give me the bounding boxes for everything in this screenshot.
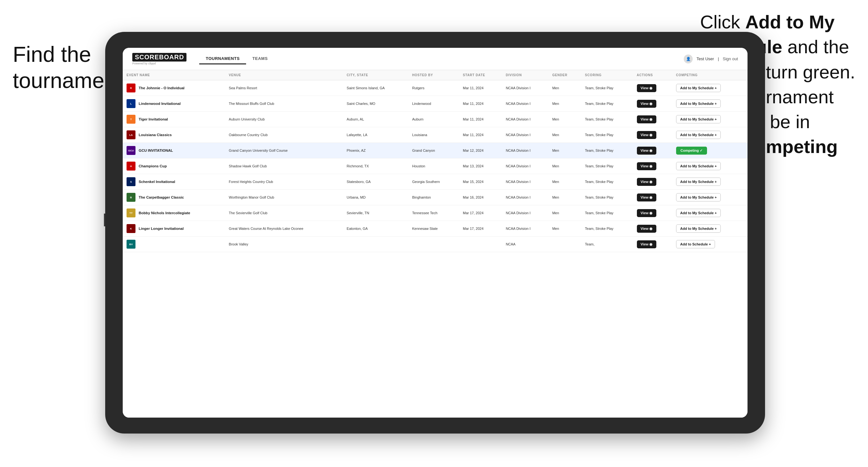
gender-cell: Men <box>548 205 581 221</box>
actions-cell: View ◉ <box>633 221 672 237</box>
add-to-schedule-button[interactable]: Add to My Schedule + <box>676 193 721 201</box>
scoring-cell: Team, Stroke Play <box>581 80 633 96</box>
gender-cell: Men <box>548 143 581 158</box>
venue-cell: Sea Palms Resort <box>225 80 343 96</box>
add-to-schedule-button[interactable]: Add to My Schedule + <box>676 84 721 92</box>
division-cell: NCAA Division I <box>502 143 549 158</box>
add-to-schedule-button[interactable]: Add to My Schedule + <box>676 131 721 139</box>
competing-cell: Add to My Schedule + <box>672 190 747 205</box>
view-button[interactable]: View ◉ <box>637 209 657 217</box>
view-button[interactable]: View ◉ <box>637 100 657 108</box>
start-date-cell: Mar 11, 2024 <box>459 96 502 112</box>
gender-cell: Men <box>548 80 581 96</box>
col-start-date: START DATE <box>459 70 502 80</box>
actions-cell: View ◉ <box>633 143 672 158</box>
table-row: BV Brook ValleyNCAATeam, View ◉ Add to S… <box>123 237 747 252</box>
scoring-cell: Team, Stroke Play <box>581 158 633 174</box>
city-state-cell: Saint Simons Island, GA <box>343 80 408 96</box>
view-button[interactable]: View ◉ <box>637 131 657 139</box>
event-name-cell: B The Carpetbagger Classic <box>123 190 225 205</box>
gender-cell: Men <box>548 174 581 190</box>
venue-cell: The Sevierville Golf Club <box>225 205 343 221</box>
view-button[interactable]: View ◉ <box>637 84 657 92</box>
event-name-cell: R The Johnnie - O Individual <box>123 80 225 96</box>
actions-cell: View ◉ <box>633 190 672 205</box>
header-right: 👤 Test User | Sign out <box>684 55 738 63</box>
table-row: L Lindenwood Invitational The Missouri B… <box>123 96 747 112</box>
col-hosted-by: HOSTED BY <box>408 70 459 80</box>
venue-cell: The Missouri Bluffs Golf Club <box>225 96 343 112</box>
add-to-schedule-button[interactable]: Add to My Schedule + <box>676 178 721 186</box>
view-button[interactable]: View ◉ <box>637 178 657 186</box>
tablet-frame: SCOREBOARD Powered by clippd TOURNAMENTS… <box>105 32 765 434</box>
col-scoring: SCORING <box>581 70 633 80</box>
add-to-schedule-button[interactable]: Add to Schedule + <box>676 240 715 248</box>
gender-cell: Men <box>548 221 581 237</box>
scoring-cell: Team, Stroke Play <box>581 112 633 127</box>
venue-cell: Worthington Manor Golf Club <box>225 190 343 205</box>
view-button[interactable]: View ◉ <box>637 162 657 170</box>
tablet-screen: SCOREBOARD Powered by clippd TOURNAMENTS… <box>123 48 747 417</box>
gender-cell: Men <box>548 127 581 143</box>
hosted-by-cell: Kennesaw State <box>408 221 459 237</box>
event-name: Schenkel Invitational <box>139 180 175 184</box>
col-venue: VENUE <box>225 70 343 80</box>
table-row: R The Johnnie - O Individual Sea Palms R… <box>123 80 747 96</box>
divider: | <box>718 56 719 61</box>
scoring-cell: Team, Stroke Play <box>581 174 633 190</box>
add-to-schedule-button[interactable]: Add to My Schedule + <box>676 162 721 170</box>
city-state-cell: Statesboro, GA <box>343 174 408 190</box>
actions-cell: View ◉ <box>633 158 672 174</box>
competing-cell: Add to My Schedule + <box>672 96 747 112</box>
add-to-schedule-button[interactable]: Add to My Schedule + <box>676 209 721 217</box>
venue-cell: Grand Canyon University Golf Course <box>225 143 343 158</box>
event-name: Linger Longer Invitational <box>139 227 184 230</box>
division-cell: NCAA Division I <box>502 158 549 174</box>
event-name-cell: S Schenkel Invitational <box>123 174 225 190</box>
competing-cell: Competing ✓ <box>672 143 747 158</box>
scoring-cell: Team, Stroke Play <box>581 143 633 158</box>
competing-cell: Add to My Schedule + <box>672 221 747 237</box>
view-button[interactable]: View ◉ <box>637 225 657 233</box>
view-button[interactable]: View ◉ <box>637 147 657 155</box>
team-logo: H <box>127 162 135 170</box>
actions-cell: View ◉ <box>633 174 672 190</box>
start-date-cell: Mar 11, 2024 <box>459 80 502 96</box>
add-to-schedule-button[interactable]: Add to My Schedule + <box>676 115 721 123</box>
view-button[interactable]: View ◉ <box>637 240 657 248</box>
division-cell: NCAA Division I <box>502 112 549 127</box>
tab-tournaments[interactable]: TOURNAMENTS <box>199 54 246 64</box>
actions-cell: View ◉ <box>633 96 672 112</box>
hosted-by-cell: Lindenwood <box>408 96 459 112</box>
tab-teams[interactable]: TEAMS <box>246 54 274 64</box>
division-cell: NCAA Division I <box>502 174 549 190</box>
table-header-row: EVENT NAME VENUE CITY, STATE HOSTED BY S… <box>123 70 747 80</box>
city-state-cell: Urbana, MD <box>343 190 408 205</box>
division-cell: NCAA Division I <box>502 80 549 96</box>
event-name-cell: TT Bobby Nichols Intercollegiate <box>123 205 225 221</box>
city-state-cell: Auburn, AL <box>343 112 408 127</box>
hosted-by-cell: Grand Canyon <box>408 143 459 158</box>
event-name-cell: LA Louisiana Classics <box>123 127 225 143</box>
event-name: Lindenwood Invitational <box>139 102 181 105</box>
tournament-table-container[interactable]: EVENT NAME VENUE CITY, STATE HOSTED BY S… <box>123 70 747 417</box>
team-logo: LA <box>127 130 135 139</box>
competing-button[interactable]: Competing ✓ <box>676 147 707 155</box>
team-logo: K <box>127 224 135 233</box>
col-city-state: CITY, STATE <box>343 70 408 80</box>
start-date-cell: Mar 13, 2024 <box>459 158 502 174</box>
division-cell: NCAA Division I <box>502 221 549 237</box>
add-to-schedule-button[interactable]: Add to My Schedule + <box>676 99 721 108</box>
gender-cell <box>548 237 581 252</box>
view-button[interactable]: View ◉ <box>637 193 657 201</box>
view-button[interactable]: View ◉ <box>637 115 657 123</box>
event-name-cell: K Linger Longer Invitational <box>123 221 225 237</box>
event-name: Louisiana Classics <box>139 133 172 137</box>
scoring-cell: Team, Stroke Play <box>581 190 633 205</box>
sign-out-link[interactable]: Sign out <box>723 56 738 61</box>
scoring-cell: Team, Stroke Play <box>581 205 633 221</box>
add-to-schedule-button[interactable]: Add to My Schedule + <box>676 224 721 233</box>
event-name: The Carpetbagger Classic <box>139 195 184 199</box>
event-name: Champions Cup <box>139 164 167 168</box>
gender-cell: Men <box>548 158 581 174</box>
